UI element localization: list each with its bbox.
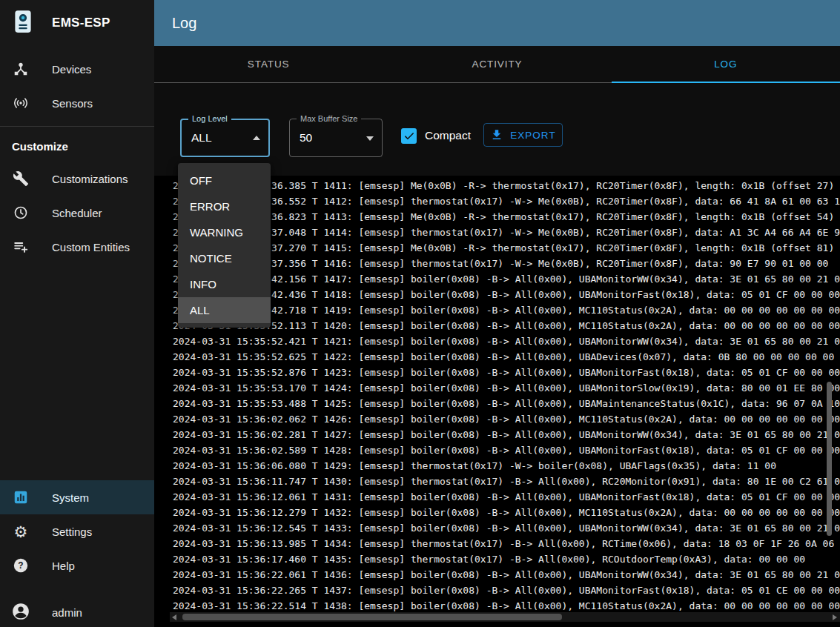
scroll-right-arrow-icon[interactable] — [833, 614, 837, 620]
log-line: 2024-03-31 15:35:52.421 T 1421: [emsesp]… — [173, 334, 840, 349]
log-line: 2024-03-31 15:36:11.747 T 1430: [emsesp]… — [173, 474, 840, 489]
log-line: 2024-03-31 15:36:22.061 T 1436: [emsesp]… — [173, 567, 840, 583]
horizontal-scrollbar[interactable] — [170, 612, 840, 622]
log-line: 2024-03-31 15:35:42.436 T 1418: [emsesp]… — [173, 287, 840, 302]
max-buffer-size-label: Max Buffer Size — [297, 114, 361, 123]
log-line: 2024-03-31 15:36:12.279 T 1432: [emsesp]… — [173, 505, 840, 520]
app-logo-row: EMS-ESP — [0, 0, 154, 46]
sidebar-item-label: Customizations — [52, 173, 128, 185]
menu-item-error[interactable]: ERROR — [178, 193, 271, 219]
admin-label: admin — [52, 606, 82, 619]
sidebar-item-label: Help — [52, 560, 75, 572]
log-line: 2024-03-31 15:36:12.061 T 1431: [emsesp]… — [173, 489, 840, 505]
tab-bar: STATUS ACTIVITY LOG — [154, 46, 840, 83]
log-line: 2024-03-31 15:35:36.385 T 1411: [emsesp]… — [173, 178, 840, 193]
app-logo-icon — [10, 9, 36, 37]
download-icon — [490, 128, 503, 142]
tab-log[interactable]: LOG — [612, 46, 840, 82]
log-line: 2024-03-31 15:36:17.460 T 1435: [emsesp]… — [173, 551, 840, 567]
sidebar-item-label: System — [52, 491, 89, 504]
log-line: 2024-03-31 15:36:02.281 T 1427: [emsesp]… — [173, 427, 840, 442]
sensors-icon — [12, 94, 30, 112]
log-line: 2024-03-31 15:35:37.048 T 1414: [emsesp]… — [173, 225, 840, 240]
sidebar-section-customize: Customize — [0, 127, 154, 162]
sidebar-item-label: Scheduler — [52, 207, 102, 219]
log-line: 2024-03-31 15:36:13.985 T 1434: [emsesp]… — [173, 536, 840, 551]
sidebar-item-devices[interactable]: Devices — [0, 52, 154, 86]
sidebar-item-system[interactable]: System — [0, 480, 154, 514]
max-buffer-size-select[interactable]: Max Buffer Size 50 — [289, 119, 383, 157]
chevron-down-icon — [366, 136, 374, 141]
svg-text:?: ? — [18, 560, 23, 571]
log-level-value: ALL — [191, 131, 212, 145]
log-line: 2024-03-31 15:35:52.113 T 1420: [emsesp]… — [173, 318, 840, 334]
sidebar-item-customizations[interactable]: Customizations — [0, 162, 154, 196]
export-label: EXPORT — [510, 130, 555, 141]
log-line: 2024-03-31 15:36:12.545 T 1433: [emsesp]… — [173, 520, 840, 536]
log-line: 2024-03-31 15:35:36.823 T 1413: [emsesp]… — [173, 209, 840, 225]
sidebar-nav-customize: Customizations Scheduler Custom Entities — [0, 162, 154, 264]
log-line: 2024-03-31 15:36:06.080 T 1429: [emsesp]… — [173, 458, 840, 474]
account-circle-icon — [11, 602, 30, 623]
sidebar-item-label: Custom Entities — [52, 241, 130, 253]
system-icon — [12, 488, 30, 506]
log-line: 2024-03-31 15:35:53.488 T 1425: [emsesp]… — [173, 396, 840, 411]
sidebar-item-sensors[interactable]: Sensors — [0, 86, 154, 120]
sidebar-item-settings[interactable]: ⚙ Settings — [0, 514, 154, 548]
sidebar-item-label: Settings — [52, 525, 92, 538]
menu-item-off[interactable]: OFF — [178, 167, 271, 193]
sidebar: EMS-ESP Devices Sensors — [0, 0, 154, 627]
log-line: 2024-03-31 15:36:22.514 T 1438: [emsesp]… — [173, 598, 840, 614]
scheduler-icon — [12, 204, 30, 222]
compact-checkbox[interactable] — [401, 128, 417, 144]
app-title: EMS-ESP — [52, 16, 110, 30]
log-level-menu: OFF ERROR WARNING NOTICE INFO ALL — [178, 163, 271, 328]
page-title: Log — [172, 15, 196, 32]
sidebar-item-custom-entities[interactable]: Custom Entities — [0, 230, 154, 264]
chevron-up-icon — [253, 136, 260, 140]
main-panel: Log STATUS ACTIVITY LOG Log Level ALL Ma… — [154, 0, 840, 627]
scroll-left-arrow-icon[interactable] — [172, 614, 176, 620]
log-line: 2024-03-31 15:36:22.265 T 1437: [emsesp]… — [173, 583, 840, 598]
tab-status[interactable]: STATUS — [154, 46, 383, 82]
sidebar-item-label: Sensors — [52, 97, 93, 110]
check-icon — [403, 129, 416, 142]
sidebar-user-admin[interactable]: admin — [0, 597, 154, 627]
sidebar-item-help[interactable]: ? Help — [0, 548, 154, 583]
tab-activity[interactable]: ACTIVITY — [383, 46, 611, 82]
log-line: 2024-03-31 15:35:53.170 T 1424: [emsesp]… — [173, 380, 840, 396]
settings-gear-icon: ⚙ — [12, 522, 30, 540]
log-level-label: Log Level — [188, 114, 231, 123]
log-line: 2024-03-31 15:35:37.270 T 1415: [emsesp]… — [173, 240, 840, 256]
compact-label: Compact — [425, 129, 471, 142]
log-line: 2024-03-31 15:35:37.356 T 1416: [emsesp]… — [173, 256, 840, 271]
customizations-icon — [12, 170, 30, 188]
menu-item-all[interactable]: ALL — [178, 297, 271, 323]
appbar: Log — [154, 0, 840, 46]
log-line: 2024-03-31 15:35:42.718 T 1419: [emsesp]… — [173, 302, 840, 318]
custom-entities-icon — [12, 238, 30, 256]
log-line: 2024-03-31 15:35:52.625 T 1422: [emsesp]… — [173, 349, 840, 365]
menu-item-info[interactable]: INFO — [178, 271, 271, 297]
menu-item-notice[interactable]: NOTICE — [178, 245, 271, 271]
menu-item-warning[interactable]: WARNING — [178, 219, 271, 245]
log-level-select[interactable]: Log Level ALL — [180, 119, 270, 157]
horizontal-scrollbar-thumb[interactable] — [182, 614, 562, 620]
sidebar-item-label: Devices — [52, 63, 91, 76]
log-line: 2024-03-31 15:35:42.156 T 1417: [emsesp]… — [173, 271, 840, 287]
log-line: 2024-03-31 15:36:02.062 T 1426: [emsesp]… — [173, 411, 840, 427]
sidebar-item-scheduler[interactable]: Scheduler — [0, 196, 154, 230]
log-line: 2024-03-31 15:35:36.552 T 1412: [emsesp]… — [173, 193, 840, 209]
export-button[interactable]: EXPORT — [483, 123, 563, 147]
sidebar-nav-bottom: System ⚙ Settings ? Help adm — [0, 480, 154, 627]
max-buffer-size-value: 50 — [300, 131, 312, 145]
vertical-scrollbar-thumb[interactable] — [827, 382, 832, 536]
compact-checkbox-row[interactable]: Compact — [401, 127, 471, 145]
log-line: 2024-03-31 15:36:02.589 T 1428: [emsesp]… — [173, 442, 840, 458]
sidebar-nav-top: Devices Sensors — [0, 46, 154, 120]
log-line: 2024-03-31 15:35:52.876 T 1423: [emsesp]… — [173, 365, 840, 380]
help-icon: ? — [12, 557, 30, 574]
devices-icon — [12, 60, 30, 78]
